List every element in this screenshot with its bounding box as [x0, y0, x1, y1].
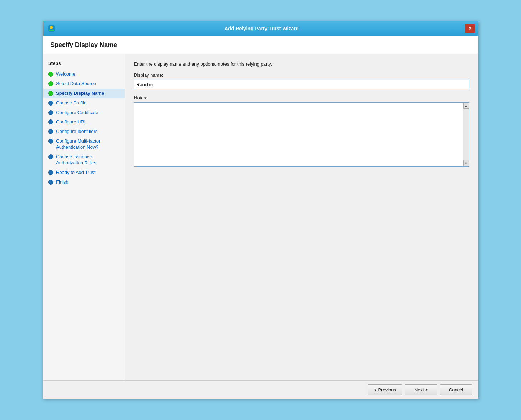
step-dot-configure-identifiers: [48, 129, 53, 134]
sidebar-item-configure-url[interactable]: Configure URL: [43, 117, 125, 127]
step-dot-configure-multifactor: [48, 139, 53, 144]
step-label-select-data-source: Select Data Source: [56, 81, 96, 87]
display-name-input[interactable]: [134, 80, 469, 89]
page-title-bar: Specify Display Name: [43, 36, 478, 54]
app-icon: [47, 25, 55, 32]
instruction-text: Enter the display name and any optional …: [134, 61, 469, 67]
display-name-label: Display name:: [134, 72, 469, 78]
window-title: Add Relying Party Trust Wizard: [58, 26, 465, 31]
steps-header: Steps: [43, 58, 125, 70]
step-dot-choose-issuance: [48, 154, 53, 159]
step-dot-select-data-source: [48, 81, 53, 86]
step-dot-configure-url: [48, 119, 53, 124]
title-bar: Add Relying Party Trust Wizard ✕: [43, 21, 478, 36]
step-label-finish: Finish: [56, 179, 69, 185]
content-area: Steps Welcome Select Data Source Specify…: [43, 54, 478, 380]
footer-area: < Previous Next > Cancel: [43, 380, 478, 399]
page-title: Specify Display Name: [50, 41, 471, 49]
notes-textarea-wrapper: ▲ ▼: [134, 102, 469, 167]
cancel-button[interactable]: Cancel: [440, 384, 472, 395]
sidebar-item-configure-certificate[interactable]: Configure Certificate: [43, 108, 125, 118]
sidebar-item-welcome[interactable]: Welcome: [43, 70, 125, 79]
step-label-configure-identifiers: Configure Identifiers: [56, 129, 97, 135]
main-panel: Enter the display name and any optional …: [125, 54, 478, 380]
wizard-window: Add Relying Party Trust Wizard ✕ Specify…: [43, 21, 478, 399]
sidebar: Steps Welcome Select Data Source Specify…: [43, 54, 125, 380]
scroll-track: [463, 109, 469, 160]
step-label-welcome: Welcome: [56, 71, 75, 77]
notes-scrollbar: ▲ ▼: [463, 103, 469, 166]
close-button[interactable]: ✕: [465, 24, 475, 33]
sidebar-item-specify-display-name[interactable]: Specify Display Name: [43, 89, 125, 98]
step-dot-choose-profile: [48, 101, 53, 106]
sidebar-item-choose-profile[interactable]: Choose Profile: [43, 98, 125, 108]
scroll-up-button[interactable]: ▲: [463, 103, 469, 109]
step-label-configure-certificate: Configure Certificate: [56, 110, 98, 116]
previous-button[interactable]: < Previous: [368, 384, 402, 395]
step-label-choose-profile: Choose Profile: [56, 100, 86, 106]
window-controls: ✕: [465, 24, 475, 33]
sidebar-item-choose-issuance[interactable]: Choose IssuanceAuthorization Rules: [43, 152, 125, 168]
step-dot-finish: [48, 180, 53, 185]
notes-textarea[interactable]: [134, 103, 462, 166]
svg-rect-2: [49, 30, 54, 31]
step-label-specify-display-name: Specify Display Name: [56, 91, 104, 97]
step-label-ready-to-add: Ready to Add Trust: [56, 170, 96, 176]
step-dot-specify-display-name: [48, 91, 53, 96]
step-label-choose-issuance: Choose IssuanceAuthorization Rules: [56, 154, 96, 166]
sidebar-item-configure-multifactor[interactable]: Configure Multi-factorAuthentication Now…: [43, 137, 125, 152]
sidebar-item-select-data-source[interactable]: Select Data Source: [43, 79, 125, 89]
sidebar-item-ready-to-add[interactable]: Ready to Add Trust: [43, 168, 125, 178]
step-label-configure-url: Configure URL: [56, 119, 87, 125]
sidebar-item-configure-identifiers[interactable]: Configure Identifiers: [43, 127, 125, 137]
scroll-down-button[interactable]: ▼: [463, 160, 469, 166]
step-dot-ready-to-add: [48, 170, 53, 175]
svg-point-1: [50, 26, 53, 29]
next-button[interactable]: Next >: [405, 384, 437, 395]
notes-label: Notes:: [134, 95, 469, 101]
sidebar-item-finish[interactable]: Finish: [43, 178, 125, 187]
step-dot-welcome: [48, 72, 53, 77]
step-dot-configure-certificate: [48, 110, 53, 115]
step-label-configure-multifactor: Configure Multi-factorAuthentication Now…: [56, 138, 100, 150]
